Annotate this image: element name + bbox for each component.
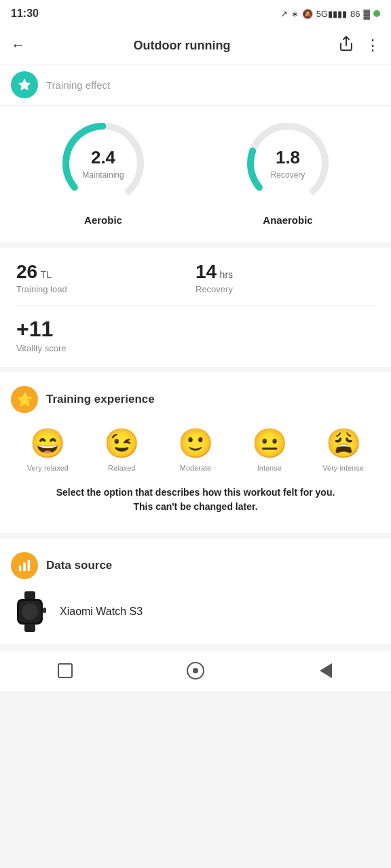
circles-section: 2.4 Maintaining Aerobic 1.8 Recovery Ana… [0, 106, 391, 242]
aerobic-center: 2.4 Maintaining [82, 147, 124, 180]
emoji-intense[interactable]: 😐 Intense [232, 427, 306, 472]
experience-header: ⭐ Training experience [11, 386, 380, 413]
svg-point-11 [22, 604, 38, 620]
experience-section: ⭐ Training experience 😄 Very relaxed 😉 R… [0, 372, 391, 533]
silent-icon: 🔕 [302, 9, 313, 19]
stats-section: 26 TL Training load 14 hrs Recovery +11 … [0, 248, 391, 367]
recovery-label: Recovery [196, 284, 375, 294]
data-source-icon [11, 552, 38, 579]
intense-emoji: 😐 [252, 427, 287, 460]
vitality-value: +11 [16, 317, 375, 342]
training-effect-icon [11, 71, 38, 98]
recovery-value: 14 [196, 261, 217, 282]
svg-point-15 [193, 668, 198, 673]
location-icon: ↗ [280, 9, 288, 19]
back-button[interactable]: ← [11, 37, 26, 54]
aerobic-value: 2.4 [82, 147, 124, 168]
device-name: Xiaomi Watch S3 [60, 606, 143, 618]
svg-rect-6 [23, 562, 26, 571]
recovery-value-row: 14 hrs [196, 261, 375, 283]
very-relaxed-label: Very relaxed [27, 464, 69, 472]
training-effect-label: Training effect [46, 79, 110, 91]
svg-rect-8 [24, 591, 35, 599]
watch-svg [13, 591, 47, 632]
emoji-relaxed[interactable]: 😉 Relaxed [85, 427, 159, 472]
aerobic-sublabel: Maintaining [82, 170, 124, 180]
very-intense-emoji: 😩 [326, 427, 361, 460]
signal-icon: 5G▮▮▮▮ [316, 9, 347, 19]
experience-note: Select the option that describes how thi… [11, 483, 380, 519]
more-button[interactable]: ⋮ [365, 37, 380, 54]
training-load-stat: 26 TL Training load [16, 261, 196, 294]
status-time: 11:30 [11, 7, 39, 20]
anaerobic-value: 1.8 [271, 147, 305, 168]
emoji-very-intense[interactable]: 😩 Very intense [306, 427, 380, 472]
battery-label: 86 [350, 9, 360, 19]
header-actions: ⋮ [338, 35, 380, 56]
anaerobic-circle-wrapper: 1.8 Recovery [244, 119, 332, 208]
data-source-header: Data source [11, 552, 380, 579]
training-load-value: 26 [16, 261, 37, 282]
emoji-row: 😄 Very relaxed 😉 Relaxed 🙂 Moderate 😐 In… [11, 427, 380, 472]
svg-rect-7 [28, 560, 31, 572]
emoji-moderate[interactable]: 🙂 Moderate [159, 427, 233, 472]
square-icon [58, 663, 73, 678]
back-triangle-icon [320, 663, 332, 678]
emoji-very-relaxed[interactable]: 😄 Very relaxed [11, 427, 85, 472]
page-title: Outdoor running [134, 39, 231, 53]
aerobic-circle-item: 2.4 Maintaining Aerobic [59, 119, 147, 226]
very-intense-label: Very intense [322, 464, 364, 472]
training-effect-strip: Training effect [0, 64, 391, 106]
intense-label: Intense [257, 464, 282, 472]
anaerobic-center: 1.8 Recovery [271, 147, 305, 180]
vitality-stat: +11 Vitality score [16, 317, 375, 353]
bluetooth-icon: ∗ [291, 9, 299, 19]
experience-icon: ⭐ [11, 386, 38, 413]
header: ← Outdoor running ⋮ [0, 27, 391, 64]
experience-title: Training experience [46, 393, 155, 406]
training-load-label: Training load [16, 284, 196, 294]
relaxed-label: Relaxed [108, 464, 135, 472]
stats-divider [16, 305, 375, 306]
relaxed-emoji: 😉 [104, 427, 139, 460]
svg-rect-13 [24, 624, 35, 632]
data-source-section: Data source Xiaomi Watch S3 [0, 538, 391, 644]
battery-icon: ▓ [364, 9, 370, 19]
aerobic-circle-wrapper: 2.4 Maintaining [59, 119, 147, 208]
very-relaxed-emoji: 😄 [30, 427, 65, 460]
stats-row-1: 26 TL Training load 14 hrs Recovery [16, 261, 375, 294]
battery-dot [373, 10, 380, 17]
watch-icon [11, 593, 49, 631]
anaerobic-circle-item: 1.8 Recovery Anaerobic [244, 119, 332, 226]
recovery-stat: 14 hrs Recovery [196, 261, 375, 294]
training-load-unit: TL [41, 269, 52, 280]
vitality-label: Vitality score [16, 343, 375, 353]
chart-icon [17, 558, 32, 573]
svg-rect-12 [43, 608, 46, 613]
bottom-nav [0, 650, 391, 691]
status-icons: ↗ ∗ 🔕 5G▮▮▮▮ 86 ▓ [280, 9, 380, 19]
star-icon: ⭐ [16, 391, 33, 408]
training-load-value-row: 26 TL [16, 261, 196, 283]
recovery-unit: hrs [220, 269, 233, 280]
anaerobic-sublabel: Recovery [271, 170, 305, 180]
status-bar: 11:30 ↗ ∗ 🔕 5G▮▮▮▮ 86 ▓ [0, 0, 391, 27]
moderate-emoji: 🙂 [178, 427, 213, 460]
share-button[interactable] [338, 35, 354, 56]
home-button[interactable] [183, 658, 208, 683]
data-source-title: Data source [46, 559, 112, 572]
moderate-label: Moderate [180, 464, 211, 472]
recent-apps-button[interactable] [53, 658, 77, 683]
back-button-nav[interactable] [314, 658, 338, 683]
home-circle-icon [186, 661, 205, 680]
svg-rect-5 [19, 566, 22, 571]
data-source-item: Xiaomi Watch S3 [11, 593, 380, 631]
